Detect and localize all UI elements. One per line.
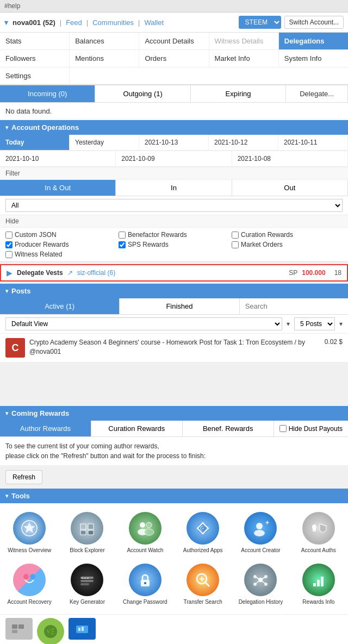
tool-transfer-search[interactable]: Transfer Search	[176, 560, 230, 609]
hide-dust-checkbox[interactable]	[279, 425, 287, 432]
tool-delegation-history[interactable]: Delegation History	[233, 560, 288, 609]
tab-expiring[interactable]: Expiring	[191, 85, 286, 102]
menu-row-1: Stats Balances Account Details Witness D…	[0, 33, 348, 50]
tool-account-watch[interactable]: Account Watch	[118, 509, 172, 557]
tab-incoming[interactable]: Incoming (0)	[0, 85, 95, 102]
filter-in[interactable]: In	[116, 180, 232, 196]
block-explorer-icon	[71, 512, 103, 545]
tool-authorized-apps[interactable]: ⚙ Authorized Apps	[176, 509, 230, 557]
checkbox-producer-rewards[interactable]: Producer Rewards	[5, 241, 116, 248]
checkbox-custom-json[interactable]: Custom JSON	[5, 231, 116, 239]
rewards-info-label: Rewards Info	[302, 598, 334, 605]
menu-mentions[interactable]: Mentions	[70, 50, 139, 67]
tab-outgoing[interactable]: Outgoing (1)	[95, 85, 190, 102]
date-2021-10-08[interactable]: 2021-10-08	[232, 151, 348, 167]
hide-dust-container[interactable]: Hide Dust Payouts	[274, 422, 348, 436]
account-auths-label: Account Auths	[301, 547, 336, 554]
witness-svg	[20, 518, 39, 538]
checkbox-sps-rewards[interactable]: SPS Rewards	[119, 241, 229, 248]
switch-account-button[interactable]: Switch Account...	[284, 16, 344, 29]
menu-orders[interactable]: Orders	[139, 50, 209, 67]
filter-out[interactable]: Out	[232, 180, 348, 196]
nav-link-wallet[interactable]: Wallet	[144, 18, 164, 27]
menu-stats[interactable]: Stats	[0, 33, 70, 49]
svg-point-27	[144, 582, 146, 584]
view-select[interactable]: Default View	[5, 317, 282, 330]
date-2021-10-13[interactable]: 2021-10-13	[139, 135, 209, 151]
checkbox-market-orders[interactable]: Market Orders	[232, 241, 343, 248]
checkbox-benefactor-rewards[interactable]: Benefactor Rewards	[119, 231, 229, 239]
svg-marker-1	[23, 522, 35, 533]
bottom-tool-1[interactable]	[5, 618, 33, 640]
date-2021-10-12[interactable]: 2021-10-12	[209, 135, 278, 151]
tool-witness-overview[interactable]: Witness Overview	[2, 509, 57, 557]
authorized-apps-label: Authorized Apps	[183, 547, 223, 554]
tab-benef-rewards[interactable]: Benef. Rewards	[183, 421, 274, 436]
posts-search-container[interactable]	[240, 298, 348, 314]
checkbox-curation-rewards[interactable]: Curation Rewards	[232, 231, 343, 239]
nav-link-communities[interactable]: Communities	[92, 18, 134, 27]
tool-change-password[interactable]: Change Password	[118, 560, 172, 609]
nav-link-feed[interactable]: Feed	[66, 18, 82, 27]
menu-delegations[interactable]: Delegations	[279, 33, 348, 49]
menu-account-details[interactable]: Account Details	[139, 33, 209, 49]
transfer-search-label: Transfer Search	[184, 598, 222, 605]
tab-curation-rewards[interactable]: Curation Rewards	[91, 421, 183, 436]
nav-arrow: ▾	[4, 18, 8, 27]
date-2021-10-09[interactable]: 2021-10-09	[116, 151, 232, 167]
svg-rect-4	[80, 530, 86, 535]
delegate-target[interactable]: siz-official (6)	[77, 269, 115, 277]
date-yesterday[interactable]: Yesterday	[70, 135, 139, 151]
bottom-tool-3[interactable]	[69, 618, 96, 640]
expand-icon[interactable]: ▶	[7, 268, 13, 277]
menu-settings[interactable]: Settings	[0, 67, 70, 84]
coming-rewards-header: ▾ Coming Rewards	[0, 406, 348, 421]
tab-active-posts[interactable]: Active (1)	[0, 298, 120, 314]
tools-arrow: ▾	[5, 493, 8, 499]
svg-rect-3	[88, 524, 94, 529]
svg-point-6	[140, 522, 145, 528]
tool-block-explorer[interactable]: Block Explorer	[60, 509, 114, 557]
post-title[interactable]: Crypto Academy Season 4 Beginners' cours…	[29, 338, 320, 357]
menu-system-info[interactable]: System Info	[279, 50, 348, 67]
account-operations-title: Account Operations	[11, 123, 79, 132]
bottom-tool-2[interactable]: 🌿	[37, 618, 64, 644]
svg-rect-46	[12, 630, 17, 633]
tool-account-recovery[interactable]: Account Recovery	[2, 560, 57, 609]
tab-author-rewards[interactable]: Author Rewards	[0, 421, 91, 436]
svg-rect-42	[317, 580, 320, 586]
delegate-unit: SP	[289, 269, 297, 277]
rewards-tabs: Author Rewards Curation Rewards Benef. R…	[0, 421, 348, 437]
checkbox-witness-related[interactable]: Witness Related	[5, 251, 116, 258]
posts-count-select[interactable]: 5 Posts	[294, 317, 335, 330]
all-filter-select[interactable]: All	[5, 199, 343, 212]
posts-search-input[interactable]	[240, 298, 348, 314]
refresh-button[interactable]: Refresh	[5, 470, 42, 484]
platform-select[interactable]: STEEM	[239, 16, 281, 29]
tab-delegate[interactable]: Delegate...	[286, 85, 348, 102]
no-data-message: No data found.	[0, 103, 348, 120]
filter-tabs: In & Out In Out	[0, 180, 348, 196]
svg-text:⚙: ⚙	[201, 526, 206, 532]
tool-key-generator[interactable]: Key Generator	[60, 560, 114, 609]
date-2021-10-11[interactable]: 2021-10-11	[278, 135, 348, 151]
block-explorer-label: Block Explorer	[70, 547, 104, 554]
tool-rewards-info[interactable]: Rewards Info	[291, 560, 346, 609]
post-thumb-letter: C	[12, 342, 19, 354]
svg-rect-24	[84, 578, 86, 579]
tool-account-creator[interactable]: + Account Creator	[233, 509, 288, 557]
tab-finished-posts[interactable]: Finished	[120, 298, 239, 314]
account-watch-icon	[129, 512, 161, 545]
svg-rect-43	[321, 577, 324, 586]
menu-followers[interactable]: Followers	[0, 50, 70, 67]
tool-account-auths[interactable]: Account Auths	[291, 509, 346, 557]
date-today[interactable]: Today	[0, 135, 70, 151]
menu-witness-details[interactable]: Witness Details	[209, 33, 279, 49]
menu-balances[interactable]: Balances	[70, 33, 139, 49]
post-thumbnail: C	[5, 338, 25, 358]
account-recovery-label: Account Recovery	[8, 598, 52, 605]
link-icon[interactable]: ↗	[67, 269, 73, 277]
date-2021-10-10[interactable]: 2021-10-10	[0, 151, 116, 167]
filter-in-out[interactable]: In & Out	[0, 180, 116, 196]
menu-market-info[interactable]: Market Info	[209, 50, 279, 67]
